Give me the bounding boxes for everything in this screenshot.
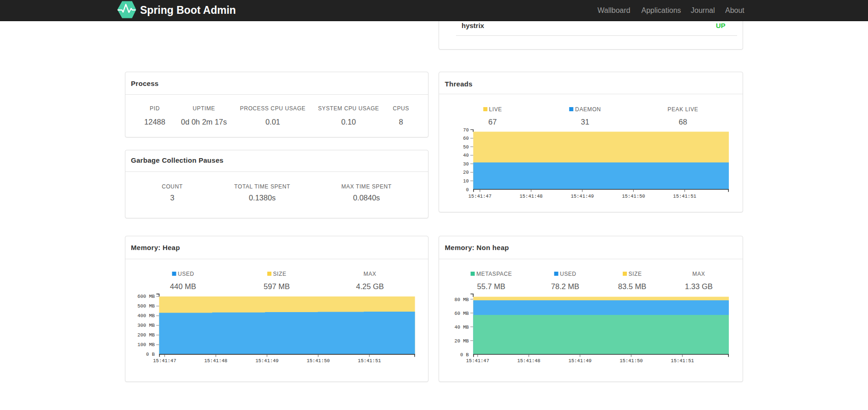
svg-text:20 MB: 20 MB <box>454 338 469 344</box>
svg-text:15:41:48: 15:41:48 <box>519 194 542 199</box>
svg-text:40 MB: 40 MB <box>454 325 469 330</box>
svg-text:80 MB: 80 MB <box>454 297 469 302</box>
svg-text:15:41:48: 15:41:48 <box>517 358 540 364</box>
svg-text:10: 10 <box>463 178 469 184</box>
svg-text:0 B: 0 B <box>146 352 155 358</box>
svg-text:15:41:50: 15:41:50 <box>622 194 645 199</box>
svg-text:300 MB: 300 MB <box>137 323 155 329</box>
svg-text:15:41:50: 15:41:50 <box>306 358 329 364</box>
svg-text:15:41:47: 15:41:47 <box>466 358 489 364</box>
svg-text:15:41:51: 15:41:51 <box>671 358 694 364</box>
svg-text:400 MB: 400 MB <box>137 313 155 319</box>
svg-text:15:41:49: 15:41:49 <box>255 358 278 364</box>
svg-text:15:41:49: 15:41:49 <box>571 194 594 199</box>
svg-text:20: 20 <box>463 170 469 175</box>
svg-text:15:41:50: 15:41:50 <box>620 358 643 364</box>
svg-text:15:41:51: 15:41:51 <box>673 194 696 199</box>
svg-text:15:41:51: 15:41:51 <box>358 358 381 364</box>
svg-text:0: 0 <box>466 187 469 192</box>
svg-text:70: 70 <box>463 127 469 132</box>
svg-text:100 MB: 100 MB <box>137 342 155 348</box>
svg-text:40: 40 <box>463 153 469 158</box>
svg-text:15:41:49: 15:41:49 <box>569 358 592 364</box>
svg-text:60 MB: 60 MB <box>454 311 469 316</box>
svg-text:500 MB: 500 MB <box>137 304 155 309</box>
svg-text:0 B: 0 B <box>460 352 469 358</box>
svg-text:60: 60 <box>463 136 469 141</box>
svg-text:30: 30 <box>463 161 469 167</box>
svg-text:15:41:47: 15:41:47 <box>468 194 491 199</box>
svg-text:15:41:48: 15:41:48 <box>204 358 227 364</box>
svg-text:600 MB: 600 MB <box>137 294 155 300</box>
svg-text:15:41:47: 15:41:47 <box>153 358 176 364</box>
svg-text:200 MB: 200 MB <box>137 333 155 338</box>
svg-text:50: 50 <box>463 144 469 150</box>
